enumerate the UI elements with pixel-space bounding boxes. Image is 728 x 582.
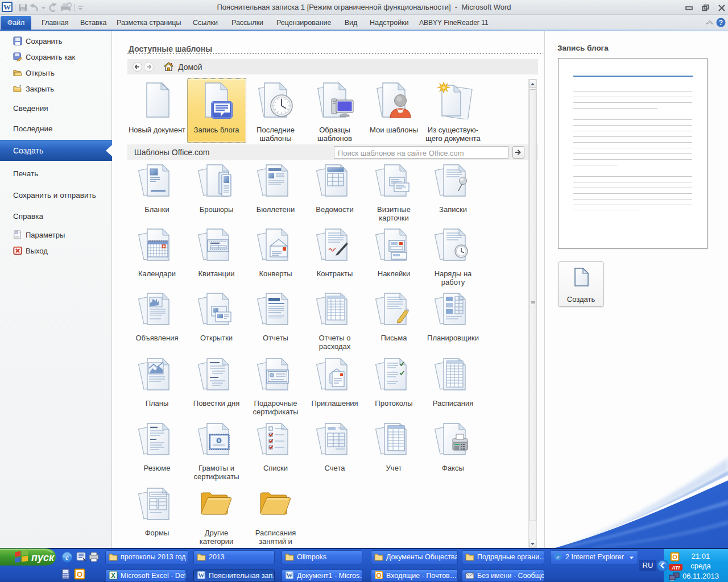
svg-text:O: O [672, 554, 677, 560]
svg-text:пуск: пуск [31, 552, 55, 563]
svg-text:ATI: ATI [671, 565, 680, 571]
svg-text:W: W [287, 572, 293, 579]
svg-text:e: e [65, 553, 69, 562]
svg-text:O: O [376, 572, 381, 580]
svg-text:W: W [198, 572, 205, 579]
svg-text:?: ? [719, 19, 723, 27]
svg-text:O: O [77, 570, 82, 579]
svg-text:e: e [557, 554, 560, 560]
svg-text:X: X [111, 572, 115, 580]
